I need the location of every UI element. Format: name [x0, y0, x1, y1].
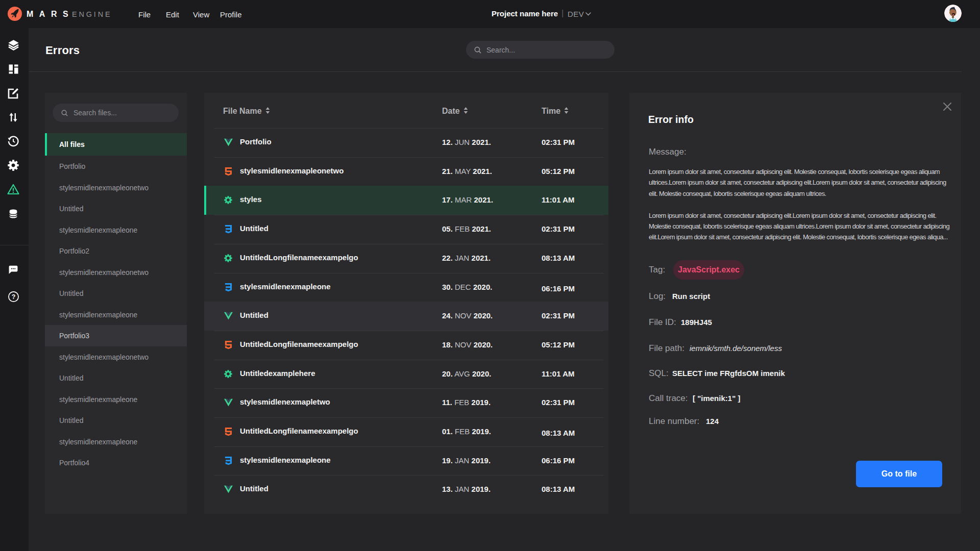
- svg-text:?: ?: [11, 293, 15, 300]
